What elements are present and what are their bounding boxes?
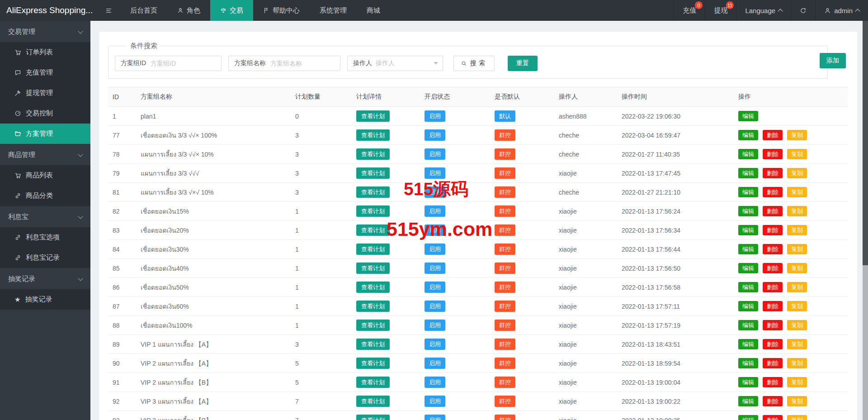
default-type-badge[interactable]: 默认 bbox=[495, 110, 515, 122]
delete-button[interactable]: 删除 bbox=[763, 282, 783, 292]
edit-button[interactable]: 编辑 bbox=[738, 149, 758, 159]
delete-button[interactable]: 删除 bbox=[763, 206, 783, 216]
sidebar-group[interactable]: 利息宝 bbox=[0, 206, 90, 227]
enable-status-badge[interactable]: 启用 bbox=[425, 339, 445, 350]
reset-button[interactable]: 重置 bbox=[508, 56, 538, 71]
edit-button[interactable]: 编辑 bbox=[738, 263, 758, 273]
view-plan-button[interactable]: 查看计划 bbox=[356, 243, 390, 255]
default-type-badge[interactable]: 群控 bbox=[495, 129, 515, 141]
sidebar-item[interactable]: 商品列表 bbox=[0, 165, 90, 186]
topnav-item[interactable]: 系统管理 bbox=[310, 0, 357, 21]
copy-button[interactable]: 复制 bbox=[787, 396, 807, 406]
view-plan-button[interactable]: 查看计划 bbox=[356, 320, 390, 331]
enable-status-badge[interactable]: 启用 bbox=[425, 224, 445, 236]
enable-status-badge[interactable]: 启用 bbox=[425, 262, 445, 274]
sidebar-group[interactable]: 商品管理 bbox=[0, 144, 90, 165]
view-plan-button[interactable]: 查看计划 bbox=[356, 167, 390, 179]
enable-status-badge[interactable]: 启用 bbox=[425, 377, 445, 388]
enable-status-badge[interactable]: 启用 bbox=[425, 396, 445, 407]
sidebar-item[interactable]: 利息宝记录 bbox=[0, 248, 90, 268]
copy-button[interactable]: 复制 bbox=[787, 358, 807, 368]
view-plan-button[interactable]: 查看计划 bbox=[356, 396, 390, 407]
default-type-badge[interactable]: 群控 bbox=[495, 377, 515, 388]
delete-button[interactable]: 删除 bbox=[763, 187, 783, 197]
enable-status-badge[interactable]: 启用 bbox=[425, 358, 445, 369]
copy-button[interactable]: 复制 bbox=[787, 301, 807, 311]
enable-status-badge[interactable]: 启用 bbox=[425, 186, 445, 198]
delete-button[interactable]: 删除 bbox=[763, 225, 783, 235]
sidebar-item[interactable]: 订单列表 bbox=[0, 42, 90, 62]
topnav-item[interactable]: 交易 bbox=[210, 0, 253, 21]
default-type-badge[interactable]: 群控 bbox=[495, 224, 515, 236]
copy-button[interactable]: 复制 bbox=[787, 415, 807, 420]
default-type-badge[interactable]: 群控 bbox=[495, 186, 515, 198]
delete-button[interactable]: 删除 bbox=[763, 244, 783, 254]
copy-button[interactable]: 复制 bbox=[787, 206, 807, 216]
sidebar-group[interactable]: 交易管理 bbox=[0, 21, 90, 42]
copy-button[interactable]: 复制 bbox=[787, 130, 807, 140]
recharge-button[interactable]: 充值 0 bbox=[674, 0, 705, 21]
operator-select[interactable]: 操作人操作人 bbox=[347, 56, 443, 71]
search-input[interactable] bbox=[150, 59, 221, 67]
default-type-badge[interactable]: 群控 bbox=[495, 167, 515, 179]
default-type-badge[interactable]: 群控 bbox=[495, 339, 515, 350]
enable-status-badge[interactable]: 启用 bbox=[425, 167, 445, 179]
view-plan-button[interactable]: 查看计划 bbox=[356, 205, 390, 217]
default-type-badge[interactable]: 群控 bbox=[495, 358, 515, 369]
sidebar-toggle[interactable] bbox=[97, 0, 120, 21]
topnav-item[interactable]: 商城 bbox=[357, 0, 390, 21]
enable-status-badge[interactable]: 启用 bbox=[425, 205, 445, 217]
topnav-item[interactable]: 帮助中心 bbox=[253, 0, 310, 21]
enable-status-badge[interactable]: 启用 bbox=[425, 243, 445, 255]
enable-status-badge[interactable]: 启用 bbox=[425, 110, 445, 122]
scrollbar[interactable] bbox=[863, 21, 868, 420]
copy-button[interactable]: 复制 bbox=[787, 377, 807, 387]
delete-button[interactable]: 删除 bbox=[763, 377, 783, 387]
edit-button[interactable]: 编辑 bbox=[738, 168, 758, 178]
view-plan-button[interactable]: 查看计划 bbox=[356, 262, 390, 274]
default-type-badge[interactable]: 群控 bbox=[495, 205, 515, 217]
edit-button[interactable]: 编辑 bbox=[738, 320, 758, 330]
copy-button[interactable]: 复制 bbox=[787, 149, 807, 159]
view-plan-button[interactable]: 查看计划 bbox=[356, 224, 390, 236]
edit-button[interactable]: 编辑 bbox=[738, 358, 758, 368]
view-plan-button[interactable]: 查看计划 bbox=[356, 415, 390, 420]
copy-button[interactable]: 复制 bbox=[787, 339, 807, 349]
sidebar-item[interactable]: 提现管理 bbox=[0, 83, 90, 103]
edit-button[interactable]: 编辑 bbox=[738, 244, 758, 254]
delete-button[interactable]: 删除 bbox=[763, 358, 783, 368]
view-plan-button[interactable]: 查看计划 bbox=[356, 339, 390, 350]
enable-status-badge[interactable]: 启用 bbox=[425, 129, 445, 141]
copy-button[interactable]: 复制 bbox=[787, 244, 807, 254]
copy-button[interactable]: 复制 bbox=[787, 320, 807, 330]
edit-button[interactable]: 编辑 bbox=[738, 130, 758, 140]
withdraw-button[interactable]: 提现 11 bbox=[705, 0, 736, 21]
default-type-badge[interactable]: 群控 bbox=[495, 243, 515, 255]
enable-status-badge[interactable]: 启用 bbox=[425, 148, 445, 160]
delete-button[interactable]: 删除 bbox=[763, 301, 783, 311]
sidebar-item[interactable]: ★抽奖记录 bbox=[0, 289, 90, 310]
default-type-badge[interactable]: 群控 bbox=[495, 301, 515, 312]
delete-button[interactable]: 删除 bbox=[763, 396, 783, 406]
delete-button[interactable]: 删除 bbox=[763, 320, 783, 330]
view-plan-button[interactable]: 查看计划 bbox=[356, 129, 390, 141]
edit-button[interactable]: 编辑 bbox=[738, 225, 758, 235]
default-type-badge[interactable]: 群控 bbox=[495, 396, 515, 407]
edit-button[interactable]: 编辑 bbox=[738, 377, 758, 387]
copy-button[interactable]: 复制 bbox=[787, 225, 807, 235]
scrollbar-thumb[interactable] bbox=[863, 21, 868, 265]
delete-button[interactable]: 删除 bbox=[763, 168, 783, 178]
edit-button[interactable]: 编辑 bbox=[738, 415, 758, 420]
search-input[interactable] bbox=[269, 59, 340, 67]
enable-status-badge[interactable]: 启用 bbox=[425, 320, 445, 331]
view-plan-button[interactable]: 查看计划 bbox=[356, 186, 390, 198]
edit-button[interactable]: 编辑 bbox=[738, 301, 758, 311]
default-type-badge[interactable]: 群控 bbox=[495, 415, 515, 420]
edit-button[interactable]: 编辑 bbox=[738, 339, 758, 349]
copy-button[interactable]: 复制 bbox=[787, 187, 807, 197]
refresh-button[interactable] bbox=[791, 0, 815, 21]
enable-status-badge[interactable]: 启用 bbox=[425, 301, 445, 312]
copy-button[interactable]: 复制 bbox=[787, 168, 807, 178]
copy-button[interactable]: 复制 bbox=[787, 282, 807, 292]
default-type-badge[interactable]: 群控 bbox=[495, 262, 515, 274]
